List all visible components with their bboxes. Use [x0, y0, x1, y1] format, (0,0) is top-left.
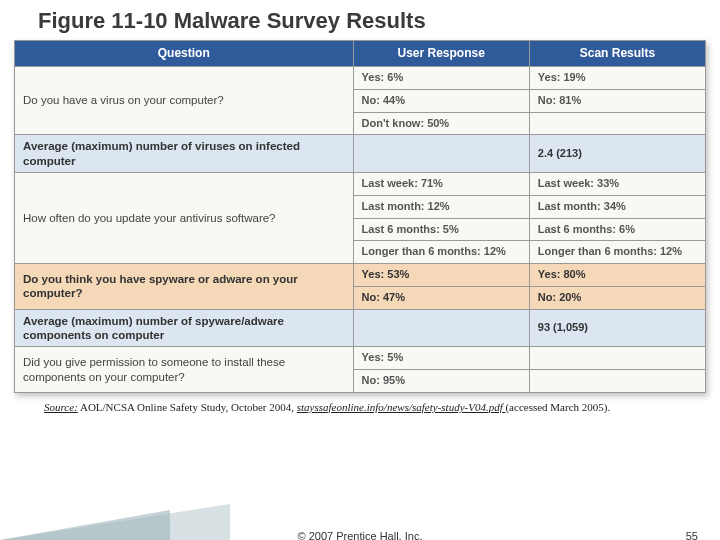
scan-results-cell: 2.4 (213) — [529, 135, 705, 173]
scan-results-cell — [529, 112, 705, 135]
scan-results-cell: 93 (1,059) — [529, 309, 705, 347]
table-container: Question User Response Scan Results Do y… — [0, 40, 720, 393]
scan-results-cell: Last 6 months: 6% — [529, 218, 705, 241]
scan-results-cell — [529, 370, 705, 393]
user-response-cell: Yes: 5% — [353, 347, 529, 370]
scan-results-cell: Last month: 34% — [529, 195, 705, 218]
source-url: stayssafeonline.info/news/safety-study-V… — [297, 401, 506, 413]
question-cell: Did you give permission to someone to in… — [15, 347, 354, 393]
table-row: Average (maximum) number of spyware/adwa… — [15, 309, 706, 347]
user-response-cell: Last month: 12% — [353, 195, 529, 218]
header-user-response: User Response — [353, 41, 529, 67]
survey-table: Question User Response Scan Results Do y… — [14, 40, 706, 393]
scan-results-cell: Last week: 33% — [529, 173, 705, 196]
scan-results-cell: Yes: 80% — [529, 264, 705, 287]
question-cell: Do you have a virus on your computer? — [15, 67, 354, 135]
source-line: Source: AOL/NCSA Online Safety Study, Oc… — [0, 393, 720, 413]
scan-results-cell: No: 81% — [529, 89, 705, 112]
user-response-cell: Yes: 53% — [353, 264, 529, 287]
header-question: Question — [15, 41, 354, 67]
table-row: Average (maximum) number of viruses on i… — [15, 135, 706, 173]
source-label: Source: — [44, 401, 78, 413]
table-row: Did you give permission to someone to in… — [15, 347, 706, 370]
figure-title: Figure 11-10 Malware Survey Results — [0, 0, 720, 40]
user-response-cell: Last 6 months: 5% — [353, 218, 529, 241]
table-row: Do you think you have spyware or adware … — [15, 264, 706, 287]
scan-results-cell — [529, 347, 705, 370]
header-scan-results: Scan Results — [529, 41, 705, 67]
question-cell: Average (maximum) number of spyware/adwa… — [15, 309, 354, 347]
question-cell: Do you think you have spyware or adware … — [15, 264, 354, 310]
user-response-cell: Last week: 71% — [353, 173, 529, 196]
table-header-row: Question User Response Scan Results — [15, 41, 706, 67]
source-tail: (accessed March 2005). — [505, 401, 610, 413]
user-response-cell — [353, 309, 529, 347]
question-cell: How often do you update your antivirus s… — [15, 173, 354, 264]
user-response-cell: Yes: 6% — [353, 67, 529, 90]
table-body: Do you have a virus on your computer?Yes… — [15, 67, 706, 393]
copyright-text: © 2007 Prentice Hall, Inc. — [298, 530, 423, 540]
decorative-wedge-inner — [0, 510, 170, 540]
question-cell: Average (maximum) number of viruses on i… — [15, 135, 354, 173]
user-response-cell — [353, 135, 529, 173]
scan-results-cell: Longer than 6 months: 12% — [529, 241, 705, 264]
page-number: 55 — [686, 530, 698, 540]
user-response-cell: Longer than 6 months: 12% — [353, 241, 529, 264]
scan-results-cell: Yes: 19% — [529, 67, 705, 90]
scan-results-cell: No: 20% — [529, 286, 705, 309]
user-response-cell: No: 95% — [353, 370, 529, 393]
user-response-cell: No: 44% — [353, 89, 529, 112]
source-text: AOL/NCSA Online Safety Study, October 20… — [78, 401, 297, 413]
user-response-cell: Don't know: 50% — [353, 112, 529, 135]
table-row: How often do you update your antivirus s… — [15, 173, 706, 196]
table-row: Do you have a virus on your computer?Yes… — [15, 67, 706, 90]
user-response-cell: No: 47% — [353, 286, 529, 309]
